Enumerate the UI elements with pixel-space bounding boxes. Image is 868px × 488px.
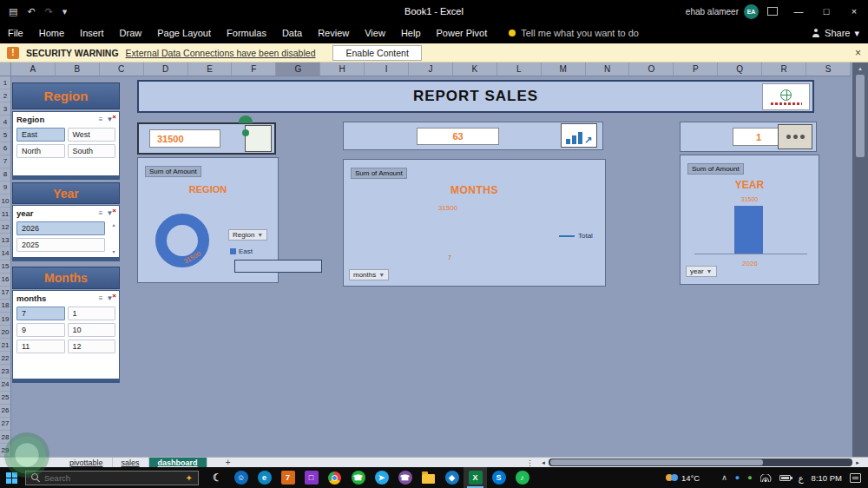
row-header-11[interactable]: 11 (0, 208, 10, 221)
taskbar-search[interactable]: ✦ (25, 471, 199, 485)
column-header-l[interactable]: L (497, 63, 542, 76)
row-header-6[interactable]: 6 (0, 142, 10, 155)
row-header-17[interactable]: 17 (0, 287, 10, 300)
minimize-button[interactable]: — (785, 0, 812, 23)
clear-filter-icon[interactable]: ▼× (106, 115, 116, 123)
row-header-4[interactable]: 4 (0, 115, 10, 129)
row-header-16[interactable]: 16 (0, 274, 10, 287)
row-header-18[interactable]: 18 (0, 300, 10, 313)
scroll-down-icon[interactable]: ▾ (112, 248, 115, 254)
browser-icon[interactable]: ◆ (440, 467, 464, 488)
column-header-h[interactable]: H (320, 63, 365, 76)
column-header-n[interactable]: N (586, 63, 630, 76)
chrome-icon[interactable] (323, 467, 346, 488)
antivirus-tray-icon[interactable]: ● (747, 473, 752, 482)
selected-cell[interactable] (234, 260, 322, 273)
row-header-25[interactable]: 25 (0, 392, 10, 405)
battery-icon[interactable] (779, 475, 791, 481)
field-button-sum-of-amount[interactable]: Sum of Amount (351, 168, 407, 179)
account-avatar[interactable]: EA (744, 4, 759, 19)
whatsapp-icon[interactable]: ☎ (346, 467, 370, 488)
highlights-icon[interactable]: ✦ (186, 473, 193, 483)
year-slicer[interactable]: year ≡ ▼× 20262025 ▴ ▾ (12, 205, 120, 261)
bar-series-2026[interactable] (734, 206, 763, 254)
column-header-b[interactable]: B (56, 63, 100, 76)
row-header-28[interactable]: 28 (0, 431, 10, 444)
scroll-left-icon[interactable]: ◂ (538, 459, 549, 466)
year-slicer-scrollbar[interactable]: ▴ ▾ (108, 219, 119, 257)
ribbon-display-options-icon[interactable] (767, 7, 778, 16)
column-header-c[interactable]: C (100, 63, 144, 76)
slicer-item-north[interactable]: North (16, 144, 65, 158)
night-mode-icon[interactable]: ☾ (206, 467, 229, 488)
scroll-up-icon[interactable]: ▴ (858, 63, 862, 74)
vertical-scrollbar[interactable]: ▴ (852, 63, 868, 457)
slicer-item-10[interactable]: 10 (68, 323, 116, 337)
row-header-10[interactable]: 10 (0, 195, 10, 208)
year-filter-button[interactable]: year ▼ (686, 266, 717, 277)
start-button[interactable] (6, 472, 17, 484)
row-header-9[interactable]: 9 (0, 181, 10, 195)
region-filter-button[interactable]: Region ▼ (228, 229, 267, 241)
excel-icon[interactable]: X (464, 467, 487, 488)
row-header-12[interactable]: 12 (0, 221, 10, 234)
row-header-26[interactable]: 26 (0, 405, 10, 418)
select-all-corner[interactable] (0, 63, 11, 76)
ribbon-tab-data[interactable]: Data (274, 23, 310, 43)
vertical-scroll-thumb[interactable] (856, 75, 865, 157)
kpi-year-count-value[interactable]: 1 (733, 128, 785, 146)
row-header-15[interactable]: 15 (0, 260, 10, 274)
column-header-i[interactable]: I (365, 63, 409, 76)
viber-icon[interactable]: ☎ (393, 467, 417, 488)
row-header-20[interactable]: 20 (0, 326, 10, 339)
column-header-k[interactable]: K (453, 63, 497, 76)
kpi-year-count[interactable]: 1 (680, 122, 817, 152)
column-header-o[interactable]: O (629, 63, 674, 76)
enable-content-button[interactable]: Enable Content (332, 45, 421, 61)
slicer-item-west[interactable]: West (68, 128, 116, 142)
column-header-f[interactable]: F (232, 63, 276, 76)
action-center-icon[interactable] (850, 473, 861, 483)
slicer-item-1[interactable]: 1 (68, 307, 116, 320)
kpi-total-amount-value[interactable]: 31500 (149, 129, 220, 148)
row-header-21[interactable]: 21 (0, 339, 10, 352)
months-filter-button[interactable]: months ▼ (349, 269, 389, 280)
skype-icon[interactable]: S (487, 467, 510, 488)
slicer-item-11[interactable]: 11 (16, 340, 65, 353)
ribbon-tab-review[interactable]: Review (310, 23, 357, 43)
ribbon-tab-view[interactable]: View (357, 23, 393, 43)
search-input[interactable] (44, 473, 181, 483)
clear-filter-icon[interactable]: ▼× (106, 294, 116, 302)
multi-select-icon[interactable]: ≡ (99, 209, 103, 217)
row-header-5[interactable]: 5 (0, 129, 10, 142)
row-header-3[interactable]: 3 (0, 102, 10, 115)
sheet-tab-dashboard[interactable]: dashboard (149, 458, 207, 468)
slicer-item-east[interactable]: East (16, 128, 65, 142)
undo-icon[interactable]: ↶ (27, 6, 35, 17)
multi-select-icon[interactable]: ≡ (99, 294, 103, 302)
column-header-j[interactable]: J (409, 63, 453, 76)
ribbon-tab-page-layout[interactable]: Page Layout (149, 23, 219, 43)
calendar-icon[interactable]: 7 (276, 467, 299, 488)
slicer-item-7[interactable]: 7 (16, 307, 65, 320)
kpi-count[interactable]: 63 ↗ (343, 122, 603, 150)
telegram-icon[interactable]: ➤ (370, 467, 393, 488)
bluetooth-tray-icon[interactable]: ● (735, 473, 740, 482)
row-header-14[interactable]: 14 (0, 247, 10, 260)
row-header-8[interactable]: 8 (0, 168, 10, 181)
months-slicer[interactable]: months ≡ ▼× 719101112 (12, 290, 120, 383)
kpi-total-amount[interactable]: 31500 (137, 122, 276, 155)
row-header-22[interactable]: 22 (0, 352, 10, 365)
spotify-icon[interactable]: ♪ (510, 467, 534, 488)
region-slicer[interactable]: Region ≡ ▼× EastWestNorthSouth (12, 111, 120, 180)
ribbon-tab-help[interactable]: Help (393, 23, 429, 43)
ribbon-tab-home[interactable]: Home (31, 23, 72, 43)
slicer-item-12[interactable]: 12 (68, 340, 116, 353)
horizontal-scrollbar[interactable]: ◂ ▸ (538, 458, 863, 468)
months-pivot-chart[interactable]: Sum of Amount MONTHS 31500 Total 7 month… (343, 159, 606, 287)
language-indicator[interactable]: ع (799, 473, 804, 483)
slicer-item-south[interactable]: South (68, 144, 116, 158)
scroll-up-icon[interactable]: ▴ (112, 221, 115, 228)
column-header-q[interactable]: Q (718, 63, 762, 76)
row-header-2[interactable]: 2 (0, 89, 10, 102)
